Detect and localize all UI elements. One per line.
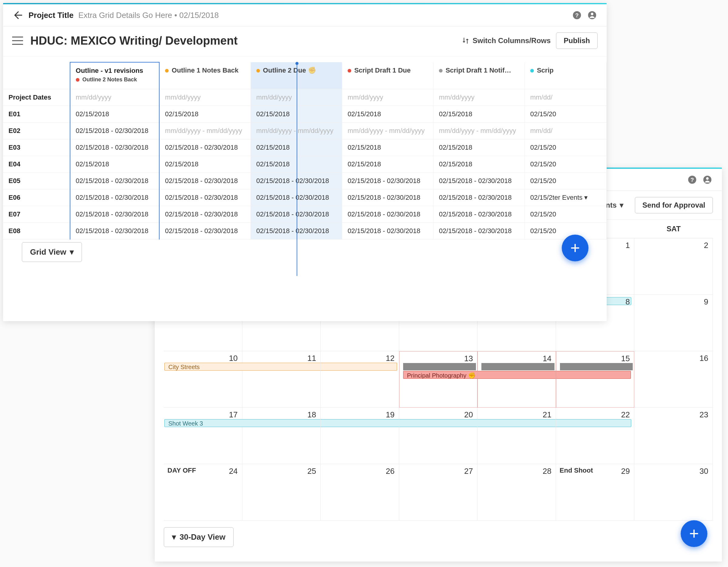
grid-cell[interactable]: 02/15/2018 - 02/30/2018 bbox=[159, 206, 251, 222]
column-header-3[interactable]: Script Draft 1 Due bbox=[342, 62, 433, 89]
grid-cell[interactable]: mm/dd/yyyy - mm/dd/yyyy bbox=[342, 122, 433, 139]
grid-cell[interactable]: 02/15/2018 bbox=[251, 156, 342, 172]
grid-cell[interactable]: 02/15/2018 - 02/30/2018 bbox=[159, 189, 251, 206]
grid-cell[interactable]: 02/15/2018 - 02/30/2018 bbox=[342, 222, 433, 239]
grid-cell[interactable]: 02/15/2018 - 02/30/2018 bbox=[70, 172, 160, 189]
calendar-cell[interactable]: 18 bbox=[242, 408, 321, 464]
help-icon[interactable]: ? bbox=[687, 174, 698, 185]
grid-view-dropdown[interactable]: Grid View▾ bbox=[22, 242, 82, 262]
calendar-cell[interactable]: 26 bbox=[321, 464, 399, 521]
calendar-cell[interactable]: 27 bbox=[399, 464, 478, 521]
grid-cell[interactable]: 02/15/2018 - 02/30/2018 bbox=[433, 189, 524, 206]
grid-cell[interactable]: mm/dd/yyyy - mm/dd/yyyy bbox=[251, 122, 342, 139]
grid-cell[interactable]: 02/15/2018 - 02/30/2018 bbox=[70, 139, 160, 156]
back-arrow-icon[interactable] bbox=[12, 10, 23, 21]
grid-cell[interactable]: 02/15/2018 bbox=[70, 156, 160, 172]
calendar-view-dropdown[interactable]: ▾30-Day View bbox=[164, 527, 234, 547]
calendar-cell[interactable]: 28 bbox=[477, 464, 556, 521]
grid-cell[interactable]: 02/15/2018 - 02/30/2018 bbox=[433, 222, 524, 239]
calendar-cell[interactable]: 13Principal Photography ✊ bbox=[399, 351, 478, 408]
column-header-4[interactable]: Script Draft 1 Notif… bbox=[433, 62, 524, 89]
grid-cell[interactable]: 02/15/2018 - 02/30/2018 bbox=[70, 206, 160, 222]
column-header-1[interactable]: Outline 1 Notes Back bbox=[159, 62, 251, 89]
grid-cell[interactable]: 02/15/2018 bbox=[433, 139, 524, 156]
grid-cell[interactable]: mm/dd/yyyy bbox=[159, 89, 251, 106]
drop-indicator bbox=[403, 363, 476, 370]
calendar-cell[interactable]: 12 bbox=[321, 351, 399, 408]
grid-cell[interactable]: 02/15/2018 - 02/30/2018 bbox=[342, 206, 433, 222]
grid-cell[interactable]: 02/15/2018 - 02/30/2018 bbox=[70, 222, 160, 239]
calendar-cell[interactable]: 9 bbox=[634, 295, 713, 351]
grid-cell[interactable]: 02/15/2018 bbox=[433, 106, 524, 122]
grid-cell[interactable]: 02/15/2018 bbox=[159, 156, 251, 172]
grid-cell[interactable]: 02/15/2018 - 02/30/2018 bbox=[70, 122, 160, 139]
calendar-cell[interactable]: 15 bbox=[556, 351, 635, 408]
grid-cell[interactable]: 02/15/20 bbox=[524, 206, 606, 222]
project-title[interactable]: Project Title bbox=[29, 11, 73, 20]
calendar-cell[interactable]: 19 bbox=[321, 408, 399, 464]
grid-cell[interactable]: 02/15/2018 - 02/30/2018 bbox=[251, 189, 342, 206]
grid-cell[interactable]: 02/15/2018 bbox=[433, 156, 524, 172]
hamburger-icon[interactable] bbox=[12, 36, 23, 45]
calendar-cell[interactable]: 14 bbox=[477, 351, 556, 408]
grid-cell[interactable]: 02/15/20 bbox=[524, 172, 606, 189]
grid-cell[interactable]: mm/dd/yyyy bbox=[251, 89, 342, 106]
grid-cell[interactable]: 02/15/20 bbox=[524, 139, 606, 156]
grid-row: E0502/15/2018 - 02/30/201802/15/2018 - 0… bbox=[3, 172, 607, 189]
grid-cell[interactable]: 02/15/2018 bbox=[342, 156, 433, 172]
grid-cell[interactable]: mm/dd/ bbox=[524, 122, 606, 139]
calendar-cell[interactable]: 21 bbox=[477, 408, 556, 464]
grid-cell[interactable]: 02/15/2018 - 02/30/2018 bbox=[433, 206, 524, 222]
grid-cell[interactable]: mm/dd/yyyy bbox=[70, 89, 160, 106]
account-icon[interactable] bbox=[587, 10, 598, 21]
grid-cell[interactable]: 02/15/2018 bbox=[251, 139, 342, 156]
calendar-cell[interactable]: 30 bbox=[634, 464, 713, 521]
column-header-5[interactable]: Scrip bbox=[524, 62, 606, 89]
grid-cell[interactable]: 02/15/2ter Events ▾ bbox=[524, 189, 606, 206]
add-fab[interactable] bbox=[681, 520, 707, 547]
grid-cell[interactable]: 02/15/2018 - 02/30/2018 bbox=[159, 139, 251, 156]
grid-cell[interactable]: mm/dd/yyyy bbox=[342, 89, 433, 106]
grid-cell[interactable]: 02/15/2018 - 02/30/2018 bbox=[159, 172, 251, 189]
grid-cell[interactable]: 02/15/2018 - 02/30/2018 bbox=[251, 206, 342, 222]
grid-cell[interactable]: 02/15/2018 - 02/30/2018 bbox=[159, 222, 251, 239]
grid-cell[interactable]: 02/15/2018 - 02/30/2018 bbox=[433, 172, 524, 189]
grid-cell[interactable]: 02/15/2018 bbox=[159, 106, 251, 122]
grid-cell[interactable]: 02/15/2018 - 02/30/2018 bbox=[251, 222, 342, 239]
grid-cell[interactable]: mm/dd/yyyy bbox=[433, 89, 524, 106]
calendar-cell[interactable]: 23 bbox=[634, 408, 713, 464]
grid-cell[interactable]: 02/15/2018 bbox=[251, 106, 342, 122]
grid-cell[interactable]: 02/15/2018 - 02/30/2018 bbox=[342, 172, 433, 189]
grid-cell[interactable]: 02/15/20 bbox=[524, 156, 606, 172]
switch-columns-rows[interactable]: Switch Columns/Rows bbox=[462, 36, 551, 45]
calendar-cell[interactable]: 2 bbox=[634, 238, 713, 295]
calendar-cell[interactable]: 10City Streets bbox=[164, 351, 242, 408]
calendar-cell[interactable]: 20 bbox=[399, 408, 478, 464]
calendar-cell[interactable]: 29End Shoot bbox=[556, 464, 635, 521]
grid-cell[interactable]: 02/15/20 bbox=[524, 106, 606, 122]
account-icon[interactable] bbox=[702, 174, 713, 185]
add-fab[interactable] bbox=[562, 234, 588, 261]
grid-cell[interactable]: 02/15/2018 bbox=[342, 106, 433, 122]
grid-cell[interactable]: 02/15/2018 - 02/30/2018 bbox=[251, 172, 342, 189]
grid-cell[interactable]: mm/dd/yyyy - mm/dd/yyyy bbox=[433, 122, 524, 139]
calendar-cell[interactable]: 16 bbox=[634, 351, 713, 408]
grid-cell[interactable]: 02/15/20 bbox=[524, 222, 606, 239]
grid-cell[interactable]: mm/dd/yyyy - mm/dd/yyyy bbox=[159, 122, 251, 139]
help-icon[interactable]: ? bbox=[571, 10, 582, 21]
grid-cell[interactable]: 02/15/2018 - 02/30/2018 bbox=[70, 189, 160, 206]
column-header-0[interactable]: Outline - v1 revisions Outline 2 Notes B… bbox=[70, 62, 160, 89]
calendar-cell[interactable]: 11 bbox=[242, 351, 321, 408]
grid-cell[interactable]: 02/15/2018 bbox=[342, 139, 433, 156]
calendar-cell[interactable]: 24DAY OFF bbox=[164, 464, 242, 521]
calendar-cell[interactable]: 17Shot Week 3 bbox=[164, 408, 242, 464]
grid-cell[interactable]: mm/dd/ bbox=[524, 89, 606, 106]
grid-cell[interactable]: 02/15/2018 - 02/30/2018 bbox=[342, 189, 433, 206]
calendar-cell[interactable]: 25 bbox=[242, 464, 321, 521]
column-header-2[interactable]: Outline 2 Due✊ bbox=[251, 62, 342, 89]
grid-cell[interactable]: 02/15/2018 bbox=[70, 106, 160, 122]
calendar-cell[interactable]: 22 bbox=[556, 408, 635, 464]
publish-button[interactable]: Publish bbox=[556, 32, 598, 49]
column-drag-handle[interactable] bbox=[295, 62, 298, 65]
send-for-approval-button[interactable]: Send for Approval bbox=[635, 197, 713, 213]
